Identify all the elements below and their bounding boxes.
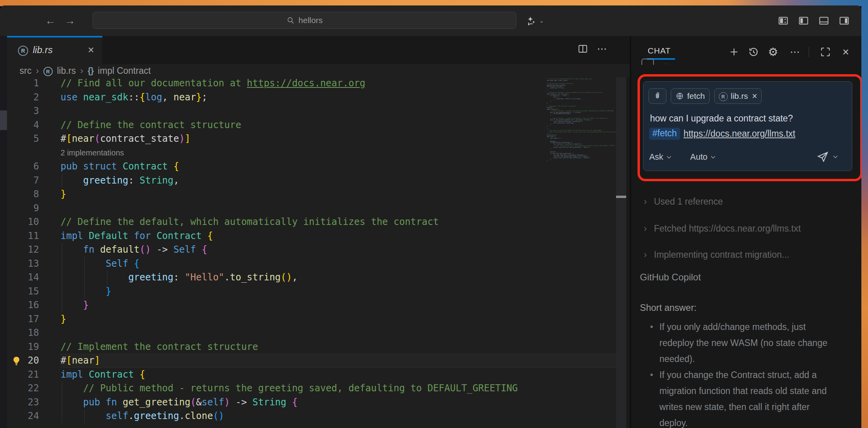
indent-guide <box>62 382 62 423</box>
line-number: 13 <box>0 257 39 271</box>
code-line-13: 13 Self { <box>0 257 625 271</box>
line-number: 21 <box>0 368 39 382</box>
answer-bullet: If you change the Contract struct, add a… <box>649 367 839 428</box>
line-number: 24 <box>0 409 39 423</box>
customize-layout-icon[interactable] <box>777 15 789 27</box>
line-number: 9 <box>0 202 39 216</box>
code-editor[interactable]: 1// Find all our documentation at https:… <box>0 5 630 428</box>
line-number: 4 <box>0 118 39 132</box>
line-number: 22 <box>0 382 39 396</box>
line-number: 6 <box>0 160 39 174</box>
code-line-7: 7 greeting: String, <box>0 174 625 188</box>
minimap-line: * Learn more about Rust tests: https://d… <box>547 132 616 133</box>
line-number: 14 <box>0 271 39 285</box>
code-line-17: 17} <box>0 312 625 326</box>
clipped-chevron-fragment: ⌄ <box>663 59 670 64</box>
code-line-3: 3 <box>0 104 625 118</box>
code-line-16: 16 } <box>0 298 625 312</box>
code-line-14: 14 greeting: "Hello".to_string(), <box>0 271 625 285</box>
code-line-19: 19// Implement the contract structure <box>0 340 625 354</box>
line-number: 5 <box>0 132 39 146</box>
indent-guide <box>84 257 85 299</box>
new-chat-icon[interactable] <box>728 46 740 58</box>
code-line-23: 23 pub fn get_greeting(&self) -> String … <box>0 396 625 410</box>
line-number: 2 <box>0 91 39 105</box>
line-number: 15 <box>0 285 39 299</box>
annotation-red-box <box>638 74 861 181</box>
line-number: 10 <box>0 215 39 229</box>
chevron-right-icon: › <box>644 250 647 259</box>
code-line-21: 21impl Contract { <box>0 368 625 382</box>
editor-scrollbar[interactable] <box>616 77 626 428</box>
vscode-window: ← → hellors ⌄ <box>0 5 861 428</box>
line-number: 3 <box>0 104 39 118</box>
chevron-right-icon: › <box>644 224 647 233</box>
minimap-line: } <box>547 160 616 162</box>
answer-intro: Short answer: <box>640 303 697 313</box>
line-number: 11 <box>0 229 39 243</box>
line-number: 1 <box>0 77 39 91</box>
line-number: 12 <box>0 243 39 257</box>
line-number: 17 <box>0 312 39 326</box>
gear-icon[interactable]: ⚙ <box>767 46 779 58</box>
tab-chat[interactable]: CHAT <box>648 46 671 55</box>
code-line-11: 11impl Default for Contract { <box>0 229 625 243</box>
code-line-18: 18 <box>0 326 625 340</box>
toggle-primary-sidebar-icon[interactable] <box>798 15 809 27</box>
code-line-8: 8} <box>0 187 625 202</box>
clipped-toolbar-fragment <box>641 59 654 65</box>
maximize-panel-icon[interactable] <box>820 46 831 58</box>
code-line-10: 10// Define the default, which automatic… <box>0 215 625 229</box>
desktop-wallpaper-right <box>861 0 868 428</box>
collapsed-step-2[interactable]: ›Implementing contract migration... <box>644 248 855 261</box>
overview-ruler-cursor-marker <box>616 196 626 198</box>
code-line-20: 20#[near] <box>0 354 625 368</box>
code-line-4: 4// Define the contract structure <box>0 118 625 132</box>
line-number: 8 <box>0 187 39 202</box>
code-line-2: 2use near_sdk::{log, near}; <box>0 91 625 105</box>
code-line-12: 12 fn default() -> Self { <box>0 243 625 257</box>
line-number: 16 <box>0 298 39 312</box>
answer-bullet-list: If you only add/change methods, just red… <box>649 319 839 428</box>
code-line-15: 15 } <box>0 285 625 299</box>
code-line-5: 5#[near(contract_state)] <box>0 132 625 146</box>
header-separator <box>809 46 809 57</box>
code-line-22: 22 // Public method - returns the greeti… <box>0 382 625 396</box>
collapsed-step-1[interactable]: ›Fetched https://docs.near.org/llms.txt <box>644 222 855 235</box>
indent-guide <box>107 271 107 285</box>
chat-author: GitHub Copilot <box>640 272 701 283</box>
indent-guide <box>62 174 62 188</box>
close-panel-icon[interactable]: × <box>840 46 852 58</box>
code-line-6: 6pub struct Contract { <box>0 160 625 174</box>
more-actions-icon[interactable]: ⋯ <box>789 46 801 58</box>
toggle-panel-icon[interactable] <box>818 15 830 27</box>
line-number: 18 <box>0 326 39 340</box>
lightbulb-icon[interactable] <box>11 355 22 367</box>
collapsed-step-0[interactable]: ›Used 1 reference <box>644 195 855 208</box>
line-number: 19 <box>0 340 39 354</box>
indent-guide <box>84 409 85 423</box>
toggle-secondary-sidebar-icon[interactable] <box>838 15 850 27</box>
codelens-implementations[interactable]: 2 implementations <box>61 146 124 160</box>
code-line-9: 9 <box>0 202 625 216</box>
code-line-1: 1// Find all our documentation at https:… <box>0 77 625 91</box>
chat-history-icon[interactable] <box>748 46 759 58</box>
minimap[interactable]: // Find all our documentation at https:/… <box>547 78 616 164</box>
line-number: 7 <box>0 174 39 188</box>
line-number: 23 <box>0 396 39 410</box>
code-line-24: 24 self.greeting.clone() <box>0 409 625 423</box>
chevron-right-icon: › <box>644 197 647 206</box>
answer-bullet: If you only add/change methods, just red… <box>649 319 839 367</box>
indent-guide <box>62 243 62 312</box>
